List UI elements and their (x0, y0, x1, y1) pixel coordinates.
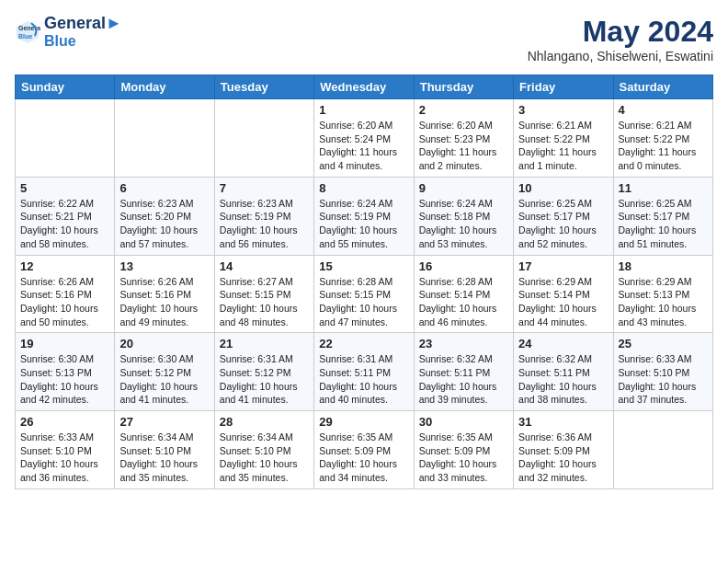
calendar-cell: 5Sunrise: 6:22 AMSunset: 5:21 PMDaylight… (16, 177, 115, 255)
day-content: Sunrise: 6:26 AMSunset: 5:16 PMDaylight:… (20, 275, 109, 329)
logo-icon: General Blue (15, 19, 40, 45)
calendar-cell: 23Sunrise: 6:32 AMSunset: 5:11 PMDayligh… (414, 333, 513, 411)
day-content: Sunrise: 6:35 AMSunset: 5:09 PMDaylight:… (419, 431, 508, 485)
day-content: Sunrise: 6:24 AMSunset: 5:19 PMDaylight:… (319, 197, 408, 251)
day-header-saturday: Saturday (613, 75, 712, 99)
day-content: Sunrise: 6:21 AMSunset: 5:22 PMDaylight:… (619, 119, 708, 173)
day-number: 6 (119, 181, 209, 195)
day-number: 26 (20, 415, 109, 429)
calendar-cell: 31Sunrise: 6:36 AMSunset: 5:09 PMDayligh… (514, 411, 613, 489)
day-content: Sunrise: 6:29 AMSunset: 5:14 PMDaylight:… (518, 275, 608, 329)
svg-text:Blue: Blue (18, 33, 32, 40)
calendar: SundayMondayTuesdayWednesdayThursdayFrid… (15, 75, 713, 489)
calendar-cell: 9Sunrise: 6:24 AMSunset: 5:18 PMDaylight… (414, 177, 513, 255)
day-content: Sunrise: 6:32 AMSunset: 5:11 PMDaylight:… (419, 352, 508, 407)
day-number: 27 (119, 415, 209, 429)
day-header-tuesday: Tuesday (214, 75, 313, 99)
day-content: Sunrise: 6:26 AMSunset: 5:16 PMDaylight:… (119, 275, 209, 329)
day-content: Sunrise: 6:31 AMSunset: 5:12 PMDaylight:… (220, 352, 309, 407)
calendar-week-3: 12Sunrise: 6:26 AMSunset: 5:16 PMDayligh… (16, 255, 713, 333)
day-number: 25 (619, 337, 708, 350)
calendar-cell (115, 99, 214, 178)
day-number: 29 (319, 415, 408, 429)
day-content: Sunrise: 6:36 AMSunset: 5:09 PMDaylight:… (518, 431, 608, 485)
calendar-cell: 16Sunrise: 6:28 AMSunset: 5:14 PMDayligh… (414, 255, 513, 333)
day-number: 30 (419, 415, 508, 429)
calendar-cell: 3Sunrise: 6:21 AMSunset: 5:22 PMDaylight… (514, 99, 613, 178)
calendar-cell: 11Sunrise: 6:25 AMSunset: 5:17 PMDayligh… (613, 177, 712, 255)
day-number: 9 (419, 181, 508, 195)
day-content: Sunrise: 6:34 AMSunset: 5:10 PMDaylight:… (119, 431, 209, 485)
day-number: 3 (518, 103, 608, 117)
calendar-cell: 12Sunrise: 6:26 AMSunset: 5:16 PMDayligh… (16, 255, 115, 333)
day-number: 1 (319, 103, 408, 117)
calendar-cell: 28Sunrise: 6:34 AMSunset: 5:10 PMDayligh… (214, 411, 313, 489)
day-content: Sunrise: 6:25 AMSunset: 5:17 PMDaylight:… (619, 197, 708, 251)
day-header-friday: Friday (514, 75, 613, 99)
calendar-cell: 8Sunrise: 6:24 AMSunset: 5:19 PMDaylight… (314, 177, 414, 255)
day-content: Sunrise: 6:31 AMSunset: 5:11 PMDaylight:… (319, 352, 408, 407)
day-number: 4 (619, 103, 708, 117)
day-content: Sunrise: 6:29 AMSunset: 5:13 PMDaylight:… (619, 275, 708, 329)
calendar-cell: 22Sunrise: 6:31 AMSunset: 5:11 PMDayligh… (314, 333, 414, 411)
calendar-cell: 17Sunrise: 6:29 AMSunset: 5:14 PMDayligh… (514, 255, 613, 333)
day-content: Sunrise: 6:33 AMSunset: 5:10 PMDaylight:… (619, 352, 708, 407)
calendar-cell: 29Sunrise: 6:35 AMSunset: 5:09 PMDayligh… (314, 411, 414, 489)
day-content: Sunrise: 6:30 AMSunset: 5:13 PMDaylight:… (20, 352, 109, 407)
day-header-thursday: Thursday (414, 75, 513, 99)
calendar-cell: 4Sunrise: 6:21 AMSunset: 5:22 PMDaylight… (613, 99, 712, 178)
calendar-cell: 1Sunrise: 6:20 AMSunset: 5:24 PMDaylight… (314, 99, 414, 178)
calendar-week-1: 1Sunrise: 6:20 AMSunset: 5:24 PMDaylight… (16, 99, 713, 178)
calendar-week-2: 5Sunrise: 6:22 AMSunset: 5:21 PMDaylight… (16, 177, 713, 255)
location-title: Nhlangano, Shiselweni, Eswatini (528, 49, 713, 63)
day-number: 10 (518, 181, 608, 195)
day-content: Sunrise: 6:21 AMSunset: 5:22 PMDaylight:… (518, 119, 608, 173)
calendar-cell: 7Sunrise: 6:23 AMSunset: 5:19 PMDaylight… (214, 177, 313, 255)
calendar-cell: 6Sunrise: 6:23 AMSunset: 5:20 PMDaylight… (115, 177, 214, 255)
day-content: Sunrise: 6:30 AMSunset: 5:12 PMDaylight:… (119, 352, 209, 407)
calendar-cell: 30Sunrise: 6:35 AMSunset: 5:09 PMDayligh… (414, 411, 513, 489)
svg-text:General: General (18, 25, 40, 31)
page-header: General Blue General► Blue May 2024 Nhla… (15, 15, 713, 63)
calendar-cell: 15Sunrise: 6:28 AMSunset: 5:15 PMDayligh… (314, 255, 414, 333)
day-content: Sunrise: 6:28 AMSunset: 5:14 PMDaylight:… (419, 275, 508, 329)
calendar-cell: 24Sunrise: 6:32 AMSunset: 5:11 PMDayligh… (514, 333, 613, 411)
day-number: 22 (319, 337, 408, 350)
day-number: 17 (518, 259, 608, 273)
logo-text-line1: General► (44, 15, 122, 33)
month-title: May 2024 (528, 15, 713, 49)
calendar-cell (613, 411, 712, 489)
day-header-monday: Monday (115, 75, 214, 99)
day-content: Sunrise: 6:27 AMSunset: 5:15 PMDaylight:… (220, 275, 309, 329)
logo-text-line2: Blue (44, 33, 122, 50)
title-block: May 2024 Nhlangano, Shiselweni, Eswatini (528, 15, 713, 63)
calendar-cell: 20Sunrise: 6:30 AMSunset: 5:12 PMDayligh… (115, 333, 214, 411)
calendar-cell: 25Sunrise: 6:33 AMSunset: 5:10 PMDayligh… (613, 333, 712, 411)
calendar-cell (214, 99, 313, 178)
day-content: Sunrise: 6:35 AMSunset: 5:09 PMDaylight:… (319, 431, 408, 485)
day-number: 8 (319, 181, 408, 195)
day-content: Sunrise: 6:28 AMSunset: 5:15 PMDaylight:… (319, 275, 408, 329)
calendar-cell: 10Sunrise: 6:25 AMSunset: 5:17 PMDayligh… (514, 177, 613, 255)
logo: General Blue General► Blue (15, 15, 122, 49)
day-number: 13 (119, 259, 209, 273)
day-number: 20 (119, 337, 209, 350)
day-content: Sunrise: 6:20 AMSunset: 5:24 PMDaylight:… (319, 119, 408, 173)
calendar-cell: 13Sunrise: 6:26 AMSunset: 5:16 PMDayligh… (115, 255, 214, 333)
day-number: 23 (419, 337, 508, 350)
calendar-cell: 18Sunrise: 6:29 AMSunset: 5:13 PMDayligh… (613, 255, 712, 333)
day-number: 11 (619, 181, 708, 195)
calendar-cell: 27Sunrise: 6:34 AMSunset: 5:10 PMDayligh… (115, 411, 214, 489)
day-content: Sunrise: 6:34 AMSunset: 5:10 PMDaylight:… (220, 431, 309, 485)
day-content: Sunrise: 6:33 AMSunset: 5:10 PMDaylight:… (20, 431, 109, 485)
day-number: 19 (20, 337, 109, 350)
day-number: 31 (518, 415, 608, 429)
day-number: 14 (220, 259, 309, 273)
day-number: 18 (619, 259, 708, 273)
day-number: 5 (20, 181, 109, 195)
day-content: Sunrise: 6:22 AMSunset: 5:21 PMDaylight:… (20, 197, 109, 251)
day-number: 21 (220, 337, 309, 350)
day-header-wednesday: Wednesday (314, 75, 414, 99)
day-content: Sunrise: 6:32 AMSunset: 5:11 PMDaylight:… (518, 352, 608, 407)
day-number: 28 (220, 415, 309, 429)
